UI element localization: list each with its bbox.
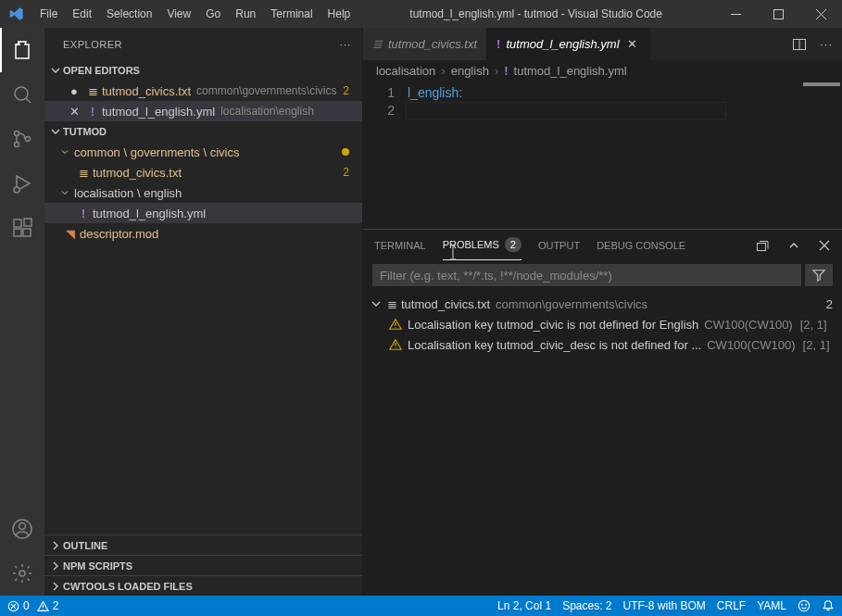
file-bang-icon: ! xyxy=(83,105,102,119)
open-editors-label: OPEN EDITORS xyxy=(63,65,140,76)
warning-icon xyxy=(389,338,402,351)
problems-count-badge: 2 xyxy=(505,237,522,252)
editor-tab[interactable]: ! tutmod_l_english.yml ✕ xyxy=(487,28,649,60)
status-encoding[interactable]: UTF-8 with BOM xyxy=(623,599,706,612)
open-editor-path: common\governments\civics xyxy=(196,84,336,97)
status-ln-col[interactable]: Ln 2, Col 1 xyxy=(497,599,551,612)
svg-point-19 xyxy=(806,604,807,605)
open-editor-path: localisation\english xyxy=(220,105,314,118)
notifications-icon[interactable] xyxy=(822,599,835,612)
svg-point-17 xyxy=(798,600,809,610)
editor-tab[interactable]: ≣ tutmod_civics.txt xyxy=(363,28,487,60)
status-bar: 0 2 Ln 2, Col 1 Spaces: 2 UTF-8 with BOM… xyxy=(0,596,842,616)
panel-tab-problems[interactable]: PROBLEMS 2 xyxy=(443,230,522,260)
tree-folder-label: localisation \ english xyxy=(74,186,182,200)
menu-go[interactable]: Go xyxy=(198,7,228,20)
menu-help[interactable]: Help xyxy=(320,7,358,20)
file-lines-icon: ≣ xyxy=(83,84,102,98)
svg-rect-15 xyxy=(758,243,766,250)
tree-folder[interactable]: localisation \ english xyxy=(44,182,362,203)
tree-file[interactable]: ≣ tutmod_civics.txt 2 xyxy=(44,162,362,182)
svg-rect-7 xyxy=(14,220,21,227)
run-debug-icon[interactable] xyxy=(0,161,44,206)
problem-message: Localisation key tutmod_civic_desc is no… xyxy=(408,338,701,352)
svg-point-12 xyxy=(19,523,26,530)
collapse-all-icon[interactable] xyxy=(755,238,770,253)
panel-close-icon[interactable] xyxy=(818,239,831,252)
panel-tab-terminal[interactable]: TERMINAL xyxy=(374,230,426,260)
close-icon[interactable]: ✕ xyxy=(625,37,640,51)
problem-item[interactable]: Localisation key tutmod_civic_desc is no… xyxy=(363,334,842,355)
tree-folder[interactable]: common \ governments \ civics xyxy=(44,142,362,162)
accounts-icon[interactable] xyxy=(0,507,44,551)
menu-run[interactable]: Run xyxy=(228,7,263,20)
code-token: l_english: xyxy=(408,85,462,100)
tree-file[interactable]: ◥ descriptor.mod xyxy=(44,223,362,244)
breadcrumb-item[interactable]: tutmod_l_english.yml xyxy=(514,64,627,78)
split-editor-icon[interactable] xyxy=(792,37,807,52)
status-eol[interactable]: CRLF xyxy=(717,599,746,612)
svg-point-3 xyxy=(15,132,19,136)
svg-rect-10 xyxy=(24,219,31,226)
svg-point-13 xyxy=(19,571,25,576)
minimize-button[interactable] xyxy=(714,0,757,28)
status-language[interactable]: YAML xyxy=(757,599,786,612)
open-editor-filename: tutmod_l_english.yml xyxy=(102,105,215,119)
panel-tab-debug[interactable]: DEBUG CONSOLE xyxy=(597,230,685,260)
svg-point-2 xyxy=(15,87,28,100)
explorer-title: EXPLORER xyxy=(63,39,122,50)
feedback-icon[interactable] xyxy=(798,599,811,612)
status-spaces[interactable]: Spaces: 2 xyxy=(562,599,611,612)
menu-file[interactable]: File xyxy=(32,7,65,20)
title-bar: File Edit Selection View Go Run Terminal… xyxy=(0,0,842,28)
line-gutter: 1 2 xyxy=(363,81,408,229)
menu-view[interactable]: View xyxy=(159,7,198,20)
chevron-down-icon xyxy=(56,146,74,157)
breadcrumb-item[interactable]: localisation xyxy=(376,64,435,78)
open-editors-section[interactable]: OPEN EDITORS xyxy=(44,60,362,81)
search-icon[interactable] xyxy=(0,72,44,117)
tree-file-label: descriptor.mod xyxy=(80,227,158,241)
folder-title: TUTMOD xyxy=(63,126,107,137)
open-editor-item[interactable]: ✕ ! tutmod_l_english.yml localisation\en… xyxy=(44,101,362,121)
maximize-button[interactable] xyxy=(757,0,799,28)
close-button[interactable] xyxy=(799,0,842,28)
status-errors[interactable]: 0 xyxy=(7,599,30,612)
problems-file-row[interactable]: ≣ tutmod_civics.txt common\governments\c… xyxy=(363,294,842,314)
open-editor-item[interactable]: ● ≣ tutmod_civics.txt common\governments… xyxy=(44,81,362,101)
extensions-icon[interactable] xyxy=(0,206,44,250)
chevron-right-icon: › xyxy=(495,64,498,78)
file-lines-icon: ≣ xyxy=(372,37,383,51)
problem-count-badge: 2 xyxy=(343,84,353,97)
problem-item[interactable]: Localisation key tutmod_civic is not def… xyxy=(363,314,842,334)
breadcrumb-item[interactable]: english xyxy=(451,64,489,78)
file-bang-icon: ! xyxy=(496,37,500,51)
close-icon[interactable]: ✕ xyxy=(65,105,83,119)
folder-section[interactable]: TUTMOD xyxy=(44,121,362,142)
panel-tab-label: PROBLEMS xyxy=(443,239,499,250)
panel-maximize-icon[interactable] xyxy=(786,238,801,253)
menu-selection[interactable]: Selection xyxy=(99,7,159,20)
source-control-icon[interactable] xyxy=(0,117,44,161)
explorer-more-icon[interactable]: ··· xyxy=(340,39,351,50)
panel-tab-output[interactable]: OUTPUT xyxy=(538,230,580,260)
problems-filter-input[interactable] xyxy=(372,264,801,286)
menu-terminal[interactable]: Terminal xyxy=(263,7,320,20)
minimap[interactable] xyxy=(786,81,842,229)
cwtools-section[interactable]: CWTOOLS LOADED FILES xyxy=(44,575,362,596)
outline-section[interactable]: OUTLINE xyxy=(44,534,362,555)
filter-icon[interactable] xyxy=(805,264,833,286)
menu-edit[interactable]: Edit xyxy=(65,7,99,20)
editor-more-icon[interactable]: ··· xyxy=(820,37,833,51)
problems-file-count: 2 xyxy=(826,297,833,311)
status-warnings[interactable]: 2 xyxy=(37,599,59,612)
tree-file[interactable]: ! tutmod_l_english.yml xyxy=(44,203,362,223)
npm-scripts-section[interactable]: NPM SCRIPTS xyxy=(44,555,362,575)
explorer-icon[interactable] xyxy=(0,28,44,72)
breadcrumb[interactable]: localisation › english › ! tutmod_l_engl… xyxy=(363,60,842,81)
code-editor[interactable]: 1 2 l_english: xyxy=(363,81,842,229)
settings-gear-icon[interactable] xyxy=(0,551,44,596)
file-lines-icon: ≣ xyxy=(387,297,397,311)
svg-rect-9 xyxy=(23,229,31,236)
tree-file-label: tutmod_civics.txt xyxy=(93,166,182,180)
